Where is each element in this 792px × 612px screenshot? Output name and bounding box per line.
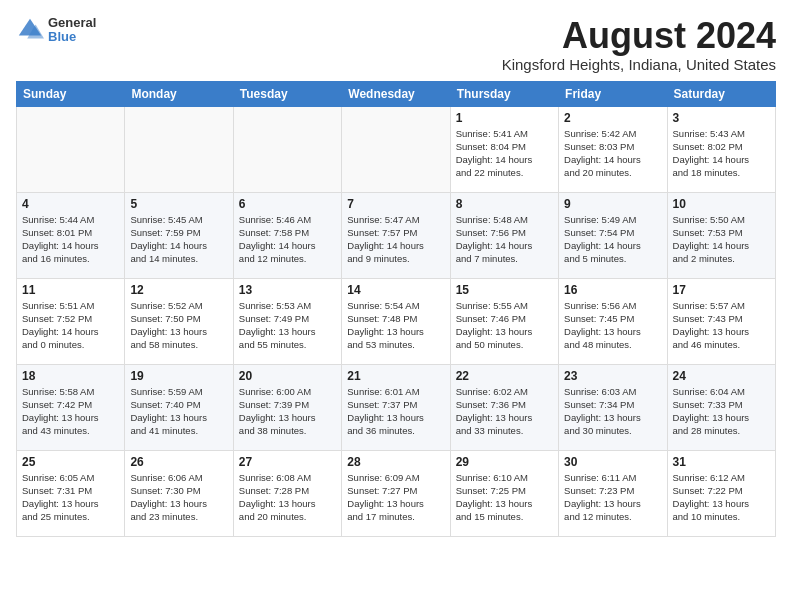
calendar-cell: 21Sunrise: 6:01 AM Sunset: 7:37 PM Dayli… [342, 364, 450, 450]
day-number: 2 [564, 111, 661, 125]
day-number: 31 [673, 455, 770, 469]
logo: General Blue [16, 16, 96, 45]
day-info: Sunrise: 5:48 AM Sunset: 7:56 PM Dayligh… [456, 213, 553, 266]
calendar-body: 1Sunrise: 5:41 AM Sunset: 8:04 PM Daylig… [17, 106, 776, 536]
calendar-cell: 18Sunrise: 5:58 AM Sunset: 7:42 PM Dayli… [17, 364, 125, 450]
header-cell-monday: Monday [125, 81, 233, 106]
logo-text: General Blue [48, 16, 96, 45]
day-number: 30 [564, 455, 661, 469]
calendar-cell: 19Sunrise: 5:59 AM Sunset: 7:40 PM Dayli… [125, 364, 233, 450]
day-number: 19 [130, 369, 227, 383]
calendar-cell: 2Sunrise: 5:42 AM Sunset: 8:03 PM Daylig… [559, 106, 667, 192]
day-info: Sunrise: 5:46 AM Sunset: 7:58 PM Dayligh… [239, 213, 336, 266]
day-number: 10 [673, 197, 770, 211]
day-info: Sunrise: 6:03 AM Sunset: 7:34 PM Dayligh… [564, 385, 661, 438]
day-number: 24 [673, 369, 770, 383]
logo-general: General [48, 16, 96, 30]
header-cell-friday: Friday [559, 81, 667, 106]
day-number: 8 [456, 197, 553, 211]
day-number: 7 [347, 197, 444, 211]
day-number: 11 [22, 283, 119, 297]
calendar-cell: 1Sunrise: 5:41 AM Sunset: 8:04 PM Daylig… [450, 106, 558, 192]
calendar-cell: 23Sunrise: 6:03 AM Sunset: 7:34 PM Dayli… [559, 364, 667, 450]
day-info: Sunrise: 5:42 AM Sunset: 8:03 PM Dayligh… [564, 127, 661, 180]
day-number: 27 [239, 455, 336, 469]
calendar-cell: 15Sunrise: 5:55 AM Sunset: 7:46 PM Dayli… [450, 278, 558, 364]
header-cell-wednesday: Wednesday [342, 81, 450, 106]
day-info: Sunrise: 6:10 AM Sunset: 7:25 PM Dayligh… [456, 471, 553, 524]
calendar-cell: 28Sunrise: 6:09 AM Sunset: 7:27 PM Dayli… [342, 450, 450, 536]
logo-icon [16, 16, 44, 44]
calendar-cell: 13Sunrise: 5:53 AM Sunset: 7:49 PM Dayli… [233, 278, 341, 364]
day-info: Sunrise: 5:59 AM Sunset: 7:40 PM Dayligh… [130, 385, 227, 438]
calendar-cell: 8Sunrise: 5:48 AM Sunset: 7:56 PM Daylig… [450, 192, 558, 278]
week-row-3: 11Sunrise: 5:51 AM Sunset: 7:52 PM Dayli… [17, 278, 776, 364]
day-number: 16 [564, 283, 661, 297]
calendar-cell: 16Sunrise: 5:56 AM Sunset: 7:45 PM Dayli… [559, 278, 667, 364]
day-info: Sunrise: 5:54 AM Sunset: 7:48 PM Dayligh… [347, 299, 444, 352]
day-number: 5 [130, 197, 227, 211]
calendar-table: SundayMondayTuesdayWednesdayThursdayFrid… [16, 81, 776, 537]
calendar-cell: 9Sunrise: 5:49 AM Sunset: 7:54 PM Daylig… [559, 192, 667, 278]
day-info: Sunrise: 6:11 AM Sunset: 7:23 PM Dayligh… [564, 471, 661, 524]
day-info: Sunrise: 5:51 AM Sunset: 7:52 PM Dayligh… [22, 299, 119, 352]
day-info: Sunrise: 5:50 AM Sunset: 7:53 PM Dayligh… [673, 213, 770, 266]
header-row: SundayMondayTuesdayWednesdayThursdayFrid… [17, 81, 776, 106]
day-number: 26 [130, 455, 227, 469]
calendar-cell: 17Sunrise: 5:57 AM Sunset: 7:43 PM Dayli… [667, 278, 775, 364]
month-title: August 2024 [502, 16, 776, 56]
calendar-cell: 12Sunrise: 5:52 AM Sunset: 7:50 PM Dayli… [125, 278, 233, 364]
week-row-4: 18Sunrise: 5:58 AM Sunset: 7:42 PM Dayli… [17, 364, 776, 450]
calendar-cell: 6Sunrise: 5:46 AM Sunset: 7:58 PM Daylig… [233, 192, 341, 278]
day-number: 28 [347, 455, 444, 469]
day-info: Sunrise: 6:12 AM Sunset: 7:22 PM Dayligh… [673, 471, 770, 524]
day-number: 17 [673, 283, 770, 297]
day-number: 18 [22, 369, 119, 383]
header-cell-sunday: Sunday [17, 81, 125, 106]
day-number: 6 [239, 197, 336, 211]
calendar-cell: 30Sunrise: 6:11 AM Sunset: 7:23 PM Dayli… [559, 450, 667, 536]
day-info: Sunrise: 5:57 AM Sunset: 7:43 PM Dayligh… [673, 299, 770, 352]
day-number: 3 [673, 111, 770, 125]
calendar-cell [233, 106, 341, 192]
calendar-cell: 22Sunrise: 6:02 AM Sunset: 7:36 PM Dayli… [450, 364, 558, 450]
day-info: Sunrise: 5:53 AM Sunset: 7:49 PM Dayligh… [239, 299, 336, 352]
calendar-cell: 29Sunrise: 6:10 AM Sunset: 7:25 PM Dayli… [450, 450, 558, 536]
location: Kingsford Heights, Indiana, United State… [502, 56, 776, 73]
day-number: 14 [347, 283, 444, 297]
day-info: Sunrise: 6:02 AM Sunset: 7:36 PM Dayligh… [456, 385, 553, 438]
day-number: 4 [22, 197, 119, 211]
day-info: Sunrise: 6:08 AM Sunset: 7:28 PM Dayligh… [239, 471, 336, 524]
header-cell-tuesday: Tuesday [233, 81, 341, 106]
title-area: August 2024 Kingsford Heights, Indiana, … [502, 16, 776, 73]
page-header: General Blue August 2024 Kingsford Heigh… [16, 16, 776, 73]
calendar-cell: 26Sunrise: 6:06 AM Sunset: 7:30 PM Dayli… [125, 450, 233, 536]
day-number: 15 [456, 283, 553, 297]
day-number: 12 [130, 283, 227, 297]
day-number: 22 [456, 369, 553, 383]
calendar-cell: 11Sunrise: 5:51 AM Sunset: 7:52 PM Dayli… [17, 278, 125, 364]
calendar-cell: 24Sunrise: 6:04 AM Sunset: 7:33 PM Dayli… [667, 364, 775, 450]
week-row-5: 25Sunrise: 6:05 AM Sunset: 7:31 PM Dayli… [17, 450, 776, 536]
day-info: Sunrise: 6:06 AM Sunset: 7:30 PM Dayligh… [130, 471, 227, 524]
day-info: Sunrise: 5:52 AM Sunset: 7:50 PM Dayligh… [130, 299, 227, 352]
day-number: 1 [456, 111, 553, 125]
day-info: Sunrise: 6:05 AM Sunset: 7:31 PM Dayligh… [22, 471, 119, 524]
day-info: Sunrise: 5:41 AM Sunset: 8:04 PM Dayligh… [456, 127, 553, 180]
calendar-cell: 4Sunrise: 5:44 AM Sunset: 8:01 PM Daylig… [17, 192, 125, 278]
day-info: Sunrise: 6:04 AM Sunset: 7:33 PM Dayligh… [673, 385, 770, 438]
calendar-cell: 20Sunrise: 6:00 AM Sunset: 7:39 PM Dayli… [233, 364, 341, 450]
calendar-cell: 25Sunrise: 6:05 AM Sunset: 7:31 PM Dayli… [17, 450, 125, 536]
day-number: 29 [456, 455, 553, 469]
calendar-cell: 7Sunrise: 5:47 AM Sunset: 7:57 PM Daylig… [342, 192, 450, 278]
day-info: Sunrise: 5:44 AM Sunset: 8:01 PM Dayligh… [22, 213, 119, 266]
day-info: Sunrise: 5:45 AM Sunset: 7:59 PM Dayligh… [130, 213, 227, 266]
day-number: 13 [239, 283, 336, 297]
day-info: Sunrise: 6:00 AM Sunset: 7:39 PM Dayligh… [239, 385, 336, 438]
header-cell-saturday: Saturday [667, 81, 775, 106]
calendar-cell [342, 106, 450, 192]
calendar-cell [125, 106, 233, 192]
day-info: Sunrise: 5:56 AM Sunset: 7:45 PM Dayligh… [564, 299, 661, 352]
calendar-cell: 3Sunrise: 5:43 AM Sunset: 8:02 PM Daylig… [667, 106, 775, 192]
day-info: Sunrise: 5:58 AM Sunset: 7:42 PM Dayligh… [22, 385, 119, 438]
